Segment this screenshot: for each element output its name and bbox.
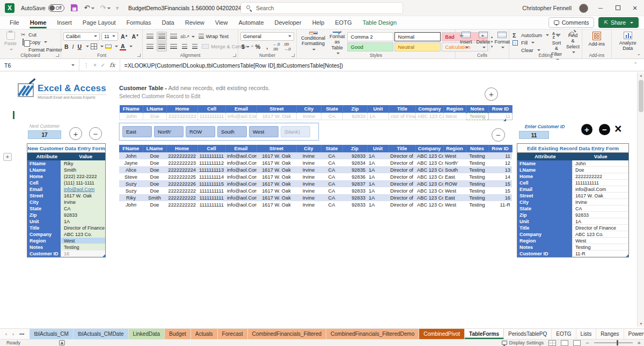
column-header-lname[interactable]: LName — [143, 145, 166, 152]
column-header-cell[interactable]: Cell — [197, 145, 225, 152]
close-button[interactable]: ✕ — [630, 5, 640, 12]
copy-button[interactable]: Copy — [20, 39, 62, 46]
column-header-street[interactable]: Street — [257, 145, 296, 152]
slicer-item-south[interactable]: South — [217, 126, 247, 137]
vertical-scrollbar[interactable]: ▲ ▼ — [637, 72, 644, 327]
conditional-formatting-button[interactable]: ConditionalFormatting — [299, 31, 327, 53]
slicer-item-east[interactable]: East — [122, 126, 152, 137]
font-size-select[interactable]: 11 — [101, 32, 118, 41]
fill-color-icon[interactable] — [105, 45, 112, 49]
table-row[interactable]: JayneDoe22222222231111111112info@aol.Com… — [119, 159, 512, 166]
column-header-region[interactable]: Region — [444, 105, 466, 113]
next-sheet-button[interactable]: › — [12, 332, 14, 337]
column-header-unit[interactable]: Unit — [368, 105, 389, 113]
form-value-title[interactable]: Director of Finance — [61, 225, 105, 231]
enter-customer-id-value[interactable]: 11 — [519, 131, 549, 139]
region-slicer[interactable]: EastNorth'ROWSouthWest(blank) — [119, 123, 319, 141]
column-header-company[interactable]: Company — [416, 105, 444, 113]
sheet-tab-tblactuals-cmdate[interactable]: tblActuals_CMDate — [74, 329, 129, 339]
all-sheets-button[interactable]: ••• — [19, 332, 24, 337]
menu-tab-file[interactable]: File — [4, 17, 25, 28]
wrap-text-button[interactable]: Wrap Text — [199, 33, 229, 40]
table-row[interactable]: SteveDoe22222222251111111114info@aol.Com… — [119, 173, 512, 180]
name-box[interactable]: T6 — [0, 60, 79, 71]
sheet-tab-eotg[interactable]: EOTG — [552, 329, 576, 339]
font-dialog-launcher[interactable] — [137, 54, 141, 57]
decrease-indent-button[interactable] — [180, 42, 189, 51]
sheet-tab-tblactuals-cm[interactable]: tblActuals_CM — [30, 329, 73, 339]
form-value-city[interactable]: Irvine — [61, 199, 105, 205]
column-header-lname[interactable]: LName — [143, 105, 167, 113]
prev-sheet-button[interactable]: ‹ — [5, 332, 7, 337]
edit-delete-button[interactable]: × — [614, 122, 621, 136]
formula-input[interactable]: =XLOOKUP(CustomerIDLookup,tblCustomersTa… — [120, 62, 343, 69]
increase-indent-button[interactable] — [191, 42, 199, 51]
table-row[interactable]: JohnDoe22222222221111111111info@aol.Com1… — [119, 152, 512, 159]
clipboard-dialog-launcher[interactable] — [56, 54, 59, 57]
autosave-switch[interactable]: Off — [48, 4, 64, 12]
increase-decimal-button[interactable]: ←.0.00 — [273, 42, 280, 51]
sheet-tab-forecast[interactable]: Forecast — [218, 329, 248, 339]
outline-expand-button[interactable]: + — [3, 153, 12, 161]
menu-tab-help[interactable]: Help — [307, 17, 330, 28]
name-box-splitter[interactable]: ⋮ — [84, 62, 89, 68]
page-layout-view-button[interactable] — [561, 340, 568, 346]
accounting-format-button[interactable]: $ — [240, 43, 251, 50]
cell-style-neutral[interactable]: Neutral — [394, 42, 441, 51]
table-row[interactable]: SuzyDoe22222222221111111111info@aol.Com1… — [119, 187, 512, 194]
sheet-tab-powerquer[interactable]: PowerQuer — [624, 329, 644, 339]
delete-cells-button[interactable]: × Delete — [474, 31, 493, 53]
slicer-item-north[interactable]: North' — [154, 126, 184, 137]
scroll-down-icon[interactable]: ▼ — [639, 322, 643, 326]
form-value-state[interactable]: CA — [572, 205, 628, 212]
slicer-item-blank[interactable]: (blank) — [281, 126, 310, 137]
normal-view-button[interactable] — [548, 340, 556, 346]
restore-button[interactable] — [613, 5, 623, 11]
zoom-out-button[interactable]: − — [586, 340, 589, 346]
font-color-button[interactable]: A — [120, 43, 126, 50]
comma-style-button[interactable]: , — [265, 43, 269, 50]
column-header-fname[interactable]: FName — [120, 105, 143, 113]
table-row[interactable]: SuzyDoe22222222261111111115info@aol.Com1… — [119, 180, 512, 187]
font-name-select[interactable]: Calibri — [63, 32, 100, 41]
menu-tab-view[interactable]: View — [210, 17, 233, 28]
form-value-unit[interactable]: 1A — [572, 218, 628, 225]
column-header-zip[interactable]: Zip — [343, 105, 368, 113]
form-value-street[interactable]: 1617 W. Oak — [61, 193, 105, 199]
minimize-button[interactable]: ─ — [596, 5, 605, 11]
customize-qat-button[interactable]: ▿ — [116, 5, 119, 11]
column-header-zip[interactable]: Zip — [342, 145, 367, 152]
column-header-fname[interactable]: FName — [119, 145, 143, 152]
italic-button[interactable]: I — [71, 43, 75, 50]
form-value-city[interactable]: Irvine — [572, 199, 628, 205]
menu-tab-automate[interactable]: Automate — [233, 17, 269, 28]
cut-button[interactable]: ✂Cut — [20, 31, 62, 38]
cell-style-comma-2[interactable]: Comma 2 — [347, 32, 393, 41]
sort-filter-button[interactable]: AZ Sort &Filter — [549, 31, 564, 53]
find-select-button[interactable]: Find &Select — [564, 31, 582, 53]
cell-style-good[interactable]: Good — [347, 42, 393, 51]
borders-dropdown[interactable] — [100, 46, 104, 47]
form-value-company[interactable]: ABC 123 Co. — [572, 231, 628, 238]
insert-cells-button[interactable]: ⇐ Insert — [458, 31, 474, 53]
column-header-state[interactable]: State — [321, 145, 342, 152]
insert-function-icon[interactable]: fx — [109, 62, 115, 69]
align-center-button[interactable] — [157, 42, 167, 51]
menu-tab-formulas[interactable]: Formulas — [121, 17, 157, 28]
search-input[interactable]: Search — [240, 2, 403, 14]
align-right-button[interactable] — [169, 42, 179, 51]
addins-button[interactable]: Add-ins — [587, 31, 608, 53]
user-avatar[interactable] — [579, 4, 588, 13]
remove-record-button[interactable]: − — [492, 128, 505, 142]
form-value-customer-id[interactable]: 16 — [61, 251, 105, 257]
column-header-email[interactable]: Email — [226, 105, 257, 113]
form-value-unit[interactable]: 1A — [61, 218, 105, 225]
cancel-entry-icon[interactable]: × — [93, 62, 97, 68]
column-header-home[interactable]: Home — [167, 105, 198, 113]
fill-color-dropdown[interactable] — [115, 46, 118, 47]
sheet-tab-actuals[interactable]: Actuals — [191, 329, 218, 339]
underline-dropdown[interactable] — [86, 46, 89, 47]
form-value-cell[interactable]: (111) 111-1111 — [61, 180, 105, 186]
confirm-entry-icon[interactable]: ✓ — [101, 62, 105, 68]
form-value-notes[interactable]: Testing — [61, 244, 105, 251]
